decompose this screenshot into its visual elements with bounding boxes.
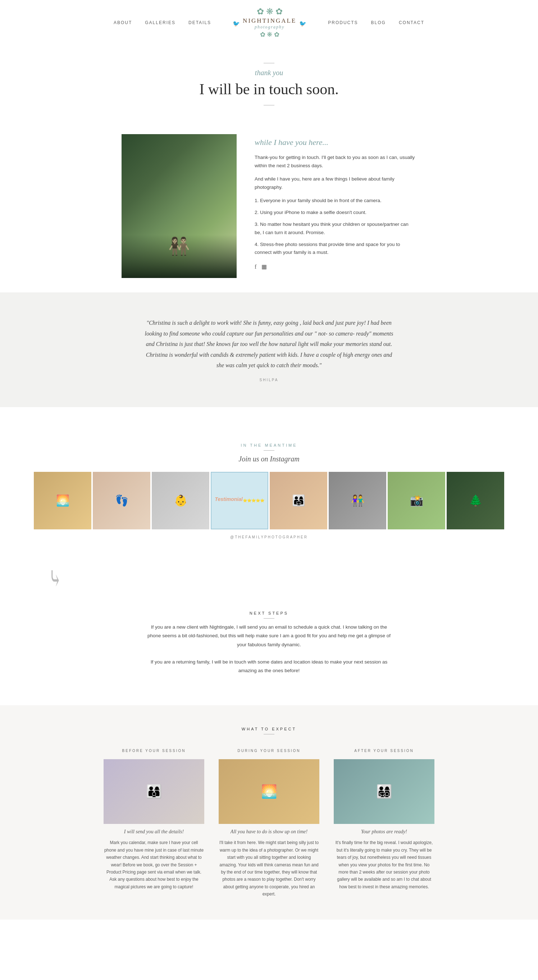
instagram-handle[interactable]: @THEFAMILYPHOTOGRAPHER [0, 535, 538, 539]
belief-1: 1. Everyone in your family should be in … [255, 197, 417, 205]
instagram-grid: 🌅 👣 👶 Testimonial ⭐⭐⭐⭐⭐ 👨‍👩‍👧 👫 📸 🌲 [0, 472, 538, 530]
next-steps-heading: NEXT STEPS [22, 611, 516, 615]
logo-text-block: Nightingale photography [243, 17, 296, 30]
logo-name: Nightingale [243, 17, 296, 24]
facebook-icon[interactable]: f [255, 264, 256, 270]
expect-col-during: DURING YOUR SESSION 🌅 All you have to do… [219, 749, 319, 898]
thank-you-label: thank you [7, 69, 531, 77]
beliefs-list: 1. Everyone in your family should be in … [255, 197, 417, 257]
logo-bottom-decoration: ✿ ❋ ✿ [260, 30, 279, 38]
expect-photo-before: 👨‍👩‍👦 [103, 759, 204, 824]
expect-photo-after: 👨‍👩‍👧‍👦 [334, 759, 435, 824]
nav-blog[interactable]: Blog [371, 20, 386, 25]
testimonial-text: "Christina is such a delight to work wit… [143, 318, 395, 371]
next-steps-divider [264, 618, 274, 619]
expect-photo-during: 🌅 [219, 759, 319, 824]
what-to-expect-heading: WHAT TO EXPECT [29, 727, 509, 731]
while-heading: while I have you here... [255, 138, 417, 147]
nav-about[interactable]: About [114, 20, 132, 25]
logo-top-decoration: ✿ ❋ ✿ [257, 6, 283, 16]
expect-caption-after: Your photos are ready! [334, 829, 435, 835]
social-icons-row: f ▦ [255, 263, 417, 270]
content-text: while I have you here... Thank-you for g… [255, 134, 417, 270]
what-to-expect-section: WHAT TO EXPECT BEFORE YOUR SESSION 👨‍👩‍👦… [0, 705, 538, 919]
expect-col-before: BEFORE YOUR SESSION 👨‍👩‍👦 I will send yo… [103, 749, 204, 898]
intro-paragraph-2: And while I have you, here are a few thi… [255, 175, 417, 192]
expect-col-after: AFTER YOUR SESSION 👨‍👩‍👧‍👦 Your photos a… [334, 749, 435, 898]
instagram-photo-6[interactable]: 👫 [329, 472, 386, 530]
content-section: while I have you here... Thank-you for g… [107, 134, 431, 278]
instagram-icon[interactable]: ▦ [261, 263, 267, 270]
logo-bird-right: 🐦 [299, 20, 306, 27]
hero-section: thank you I will be in touch soon. [0, 45, 538, 120]
instagram-section: IN THE MEANTIME Join us on Instagram 🌅 👣… [0, 422, 538, 554]
belief-3: 3. No matter how hesitant you think your… [255, 220, 417, 237]
instagram-photo-5[interactable]: 👨‍👩‍👧 [270, 472, 327, 530]
expect-caption-before: I will send you all the details! [103, 829, 204, 835]
next-steps-para-1: If you are a new client with Nightingale… [147, 623, 391, 649]
hero-top-divider [264, 63, 274, 63]
testimonial-section: "Christina is such a delight to work wit… [0, 293, 538, 407]
nav-galleries[interactable]: Galleries [145, 20, 175, 25]
belief-4: 4. Stress-free photo sessions that provi… [255, 240, 417, 257]
expect-col-after-title: AFTER YOUR SESSION [334, 749, 435, 753]
nav-right: Products Blog Contact [328, 20, 424, 25]
instagram-section-label: IN THE MEANTIME [0, 443, 538, 447]
expect-text-after: It's finally time for the big reveal. I … [334, 839, 435, 891]
instagram-photo-3[interactable]: 👶 [152, 472, 209, 530]
arrow-decoration: ⤶ [0, 554, 538, 597]
testimonial-author: SHILPA [36, 378, 502, 382]
nav-details[interactable]: Details [188, 20, 211, 25]
expect-text-before: Mark you calendar, make sure I have your… [103, 839, 204, 891]
instagram-photo-7[interactable]: 📸 [388, 472, 445, 530]
instagram-photo-2[interactable]: 👣 [93, 472, 150, 530]
hero-title: I will be in touch soon. [7, 81, 531, 98]
belief-2: 2. Using your iPhone to make a selfie do… [255, 208, 417, 217]
main-photo-container [121, 134, 237, 278]
nav-products[interactable]: Products [328, 20, 358, 25]
expect-text-during: I'll take it from here. We might start b… [219, 839, 319, 898]
expect-caption-during: All you have to do is show up on time! [219, 829, 319, 835]
logo-subtitle: photography [255, 24, 285, 30]
hero-bottom-divider [264, 105, 274, 105]
logo[interactable]: ✿ ❋ ✿ 🐦 Nightingale photography 🐦 ✿ ❋ ✿ [233, 6, 306, 38]
next-steps-para-2: If you are a returning family, I will be… [147, 658, 391, 675]
what-to-expect-divider [264, 734, 274, 734]
curved-arrow-icon: ⤶ [49, 564, 62, 593]
instagram-photo-8[interactable]: 🌲 [447, 472, 504, 530]
instagram-photo-4[interactable]: Testimonial ⭐⭐⭐⭐⭐ [211, 472, 268, 530]
expect-col-before-title: BEFORE YOUR SESSION [103, 749, 204, 753]
instagram-subtitle: Join us on Instagram [0, 455, 538, 463]
navigation: About Galleries Details ✿ ❋ ✿ 🐦 Nighting… [0, 0, 538, 45]
logo-bird-left: 🐦 [233, 20, 240, 27]
intro-paragraph-1: Thank-you for getting in touch. I'll get… [255, 154, 417, 170]
logo-birds-row: 🐦 Nightingale photography 🐦 [233, 17, 306, 30]
expect-col-during-title: DURING YOUR SESSION [219, 749, 319, 753]
nav-contact[interactable]: Contact [399, 20, 424, 25]
nav-left: About Galleries Details [114, 20, 211, 25]
expect-grid: BEFORE YOUR SESSION 👨‍👩‍👦 I will send yo… [29, 749, 509, 898]
next-steps-section: NEXT STEPS If you are a new client with … [0, 597, 538, 705]
instagram-photo-1[interactable]: 🌅 [34, 472, 91, 530]
main-photo [121, 134, 237, 278]
